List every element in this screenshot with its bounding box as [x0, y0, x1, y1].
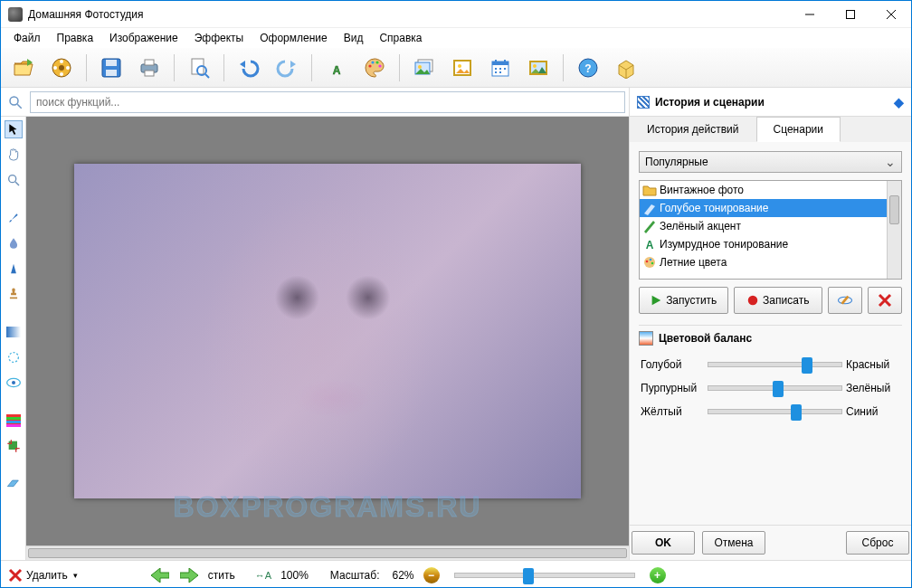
- postcard-button[interactable]: [521, 52, 556, 84]
- svg-line-45: [15, 182, 19, 185]
- svg-point-57: [646, 261, 649, 263]
- horizontal-scrollbar[interactable]: [26, 545, 629, 560]
- brush-tool[interactable]: [5, 209, 23, 227]
- edit-scenario-button[interactable]: [828, 287, 862, 314]
- slider-cyan-red[interactable]: [708, 362, 842, 367]
- tab-history[interactable]: История действий: [630, 117, 756, 142]
- palette-button[interactable]: [357, 52, 392, 84]
- search-icon: [1, 94, 30, 110]
- separator: [223, 54, 224, 81]
- zoom-in-button[interactable]: +: [650, 567, 666, 583]
- cancel-button[interactable]: Отмена: [702, 531, 765, 555]
- category-combo[interactable]: Популярные: [639, 151, 902, 173]
- tabs: История действий Сценарии: [630, 117, 911, 142]
- svg-rect-36: [495, 71, 497, 73]
- prev-image-button[interactable]: [150, 565, 170, 585]
- separator: [174, 54, 175, 81]
- collapse-icon[interactable]: ◆: [894, 95, 904, 109]
- hand-tool[interactable]: [5, 146, 23, 164]
- gallery1-button[interactable]: [407, 52, 442, 84]
- svg-rect-33: [495, 68, 497, 70]
- zoom-tool[interactable]: [5, 171, 23, 189]
- save-button[interactable]: [94, 52, 128, 84]
- menu-help[interactable]: Справка: [372, 30, 429, 46]
- stamp-tool[interactable]: [5, 285, 23, 303]
- redo-icon: [276, 57, 298, 79]
- svg-point-26: [418, 65, 422, 69]
- list-scrollbar[interactable]: [887, 181, 901, 279]
- slider-label-left: Пурпурный: [641, 382, 704, 394]
- slider-magenta-green[interactable]: [708, 385, 842, 391]
- slider-yellow-blue[interactable]: [708, 409, 842, 414]
- list-item[interactable]: Зелёный акцент: [640, 217, 901, 235]
- svg-point-6: [60, 60, 63, 63]
- tab-scenarios[interactable]: Сценарии: [756, 117, 841, 142]
- svg-text:?: ?: [584, 62, 591, 75]
- play-icon: [650, 294, 662, 307]
- crop-tool[interactable]: [5, 437, 23, 455]
- svg-point-22: [375, 61, 378, 63]
- preview-button[interactable]: [182, 52, 216, 84]
- svg-point-58: [650, 259, 652, 261]
- delete-button[interactable]: Удалить ▾: [8, 568, 78, 583]
- print-button[interactable]: [132, 52, 166, 84]
- search-row: История и сценарии ◆: [1, 88, 911, 117]
- menu-decoration[interactable]: Оформление: [252, 30, 334, 46]
- reset-button[interactable]: Сброс: [846, 531, 909, 555]
- zoom-slider[interactable]: [454, 573, 635, 578]
- open-button[interactable]: [6, 52, 41, 84]
- minimize-button[interactable]: [789, 1, 830, 27]
- menu-view[interactable]: Вид: [337, 30, 371, 46]
- eraser-tool[interactable]: [5, 475, 23, 493]
- list-item[interactable]: AИзумрудное тонирование: [640, 235, 901, 253]
- section-header: Цветовой баланс: [639, 325, 902, 347]
- record-button[interactable]: Записать: [734, 287, 823, 314]
- hundred-percent-button[interactable]: 100%: [280, 569, 309, 582]
- menu-image[interactable]: Изображение: [102, 30, 185, 46]
- run-button[interactable]: Запустить: [639, 287, 728, 314]
- maximize-button[interactable]: [830, 1, 870, 27]
- gallery2-button[interactable]: [445, 52, 480, 84]
- separator: [86, 54, 87, 81]
- home-button[interactable]: [609, 52, 643, 84]
- menu-edit[interactable]: Правка: [50, 30, 101, 46]
- redo-button[interactable]: [270, 52, 304, 84]
- close-button[interactable]: [870, 1, 911, 27]
- list-item[interactable]: Винтажное фото: [640, 181, 901, 199]
- eye-tool[interactable]: [5, 374, 23, 392]
- fit-label[interactable]: стить: [208, 569, 235, 582]
- next-image-button[interactable]: [179, 565, 199, 585]
- delete-scenario-button[interactable]: [868, 287, 902, 314]
- canvas[interactable]: BOXPROGRAMS.RU: [26, 117, 629, 545]
- svg-rect-46: [6, 327, 21, 337]
- list-item[interactable]: Летние цвета: [640, 253, 901, 271]
- menu-effects[interactable]: Эффекты: [187, 30, 252, 46]
- separator: [311, 54, 312, 81]
- arrow-tool[interactable]: [5, 120, 23, 138]
- panel-icon: [637, 96, 650, 109]
- calendar-button[interactable]: [483, 52, 518, 84]
- separator: [563, 54, 564, 81]
- svg-point-28: [458, 64, 461, 68]
- svg-rect-15: [145, 71, 154, 76]
- svg-point-23: [378, 64, 381, 67]
- gradient-tool[interactable]: [5, 323, 23, 341]
- camera-button[interactable]: [44, 52, 79, 84]
- zoom-label: Масштаб:: [330, 569, 380, 582]
- drop-tool[interactable]: [5, 234, 23, 252]
- ok-button[interactable]: OK: [632, 531, 695, 555]
- right-panel-title: История и сценарии: [655, 96, 765, 109]
- colorbar-tool[interactable]: [5, 412, 23, 430]
- smudge-tool[interactable]: [5, 348, 23, 366]
- scenarios-list[interactable]: Винтажное фото Голубое тонирование Зелён…: [639, 180, 902, 280]
- list-item[interactable]: Голубое тонирование: [640, 199, 901, 217]
- text-button[interactable]: A: [319, 52, 354, 84]
- zoom-out-button[interactable]: −: [423, 567, 440, 583]
- undo-button[interactable]: [232, 52, 266, 84]
- section-title: Цветовой баланс: [659, 332, 752, 345]
- svg-rect-14: [145, 60, 154, 65]
- menu-file[interactable]: Файл: [6, 30, 48, 46]
- search-input[interactable]: [30, 91, 625, 113]
- pencil-tool[interactable]: [5, 260, 23, 278]
- help-button[interactable]: ?: [571, 52, 605, 84]
